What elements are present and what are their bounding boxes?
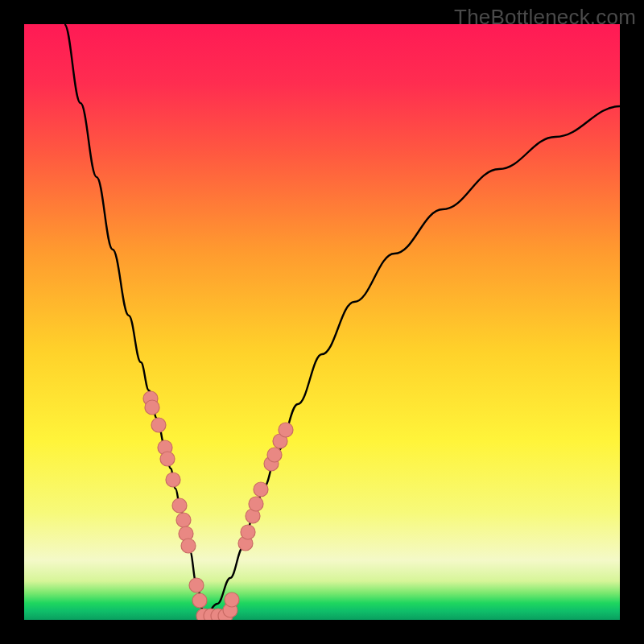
data-point <box>151 418 166 432</box>
data-point <box>241 525 255 539</box>
scatter-points <box>143 391 293 620</box>
data-point <box>254 482 268 497</box>
watermark-text: TheBottleneck.com <box>454 5 636 30</box>
data-point <box>189 578 204 592</box>
curve-layer <box>24 24 620 620</box>
data-point <box>160 452 175 466</box>
data-point <box>249 497 263 511</box>
data-point <box>225 592 239 607</box>
data-point <box>279 423 293 437</box>
data-point <box>181 539 196 553</box>
plot-area <box>24 24 620 620</box>
data-point <box>166 473 180 487</box>
data-point <box>176 513 191 527</box>
data-point <box>172 498 187 513</box>
figure-frame: TheBottleneck.com <box>0 0 644 644</box>
data-point <box>267 448 282 462</box>
data-point <box>145 400 159 415</box>
curve-right-branch <box>204 106 620 616</box>
data-point <box>192 593 207 608</box>
